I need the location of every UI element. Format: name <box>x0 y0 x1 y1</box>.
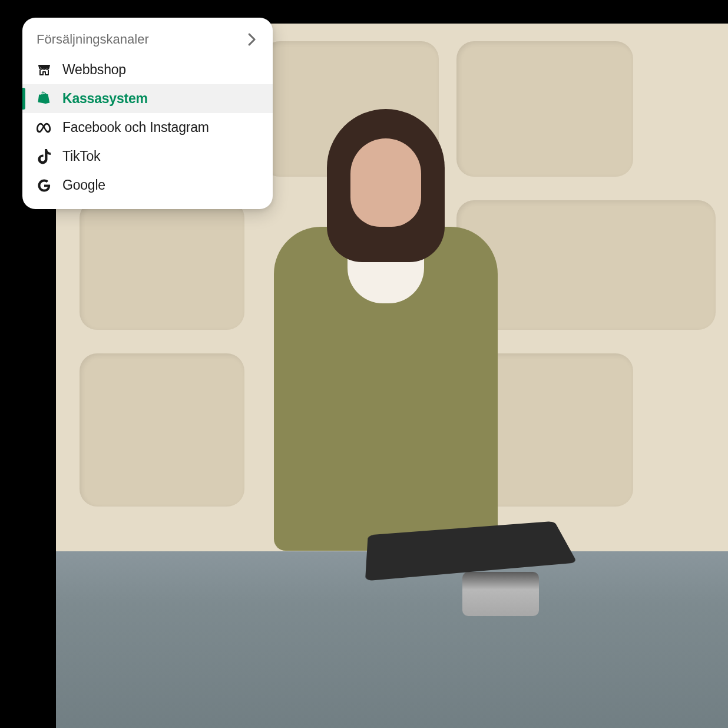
google-icon <box>37 178 52 193</box>
meta-icon <box>37 120 52 135</box>
panel-title: Försäljningskanaler <box>37 32 149 47</box>
pos-terminal <box>392 510 580 616</box>
channel-item-facebook-instagram[interactable]: Facebook och Instagram <box>22 113 273 142</box>
channel-item-webbshop[interactable]: Webbshop <box>22 55 273 84</box>
tiktok-icon <box>37 149 52 164</box>
channel-label: Webbshop <box>62 62 126 78</box>
channel-item-kassasystem[interactable]: Kassasystem <box>22 84 273 113</box>
channel-label: TikTok <box>62 148 100 164</box>
channel-label: Facebook och Instagram <box>62 120 209 135</box>
store-icon <box>37 62 52 78</box>
channel-item-google[interactable]: Google <box>22 171 273 200</box>
shopify-icon <box>37 91 52 107</box>
channel-item-tiktok[interactable]: TikTok <box>22 142 273 171</box>
person-illustration <box>262 109 509 574</box>
channel-label: Google <box>62 177 105 193</box>
chevron-right-icon <box>246 33 259 46</box>
channel-label: Kassasystem <box>62 91 148 107</box>
panel-header[interactable]: Försäljningskanaler <box>22 28 273 55</box>
sales-channels-panel: Försäljningskanaler Webbshop Kassasystem <box>22 18 273 209</box>
